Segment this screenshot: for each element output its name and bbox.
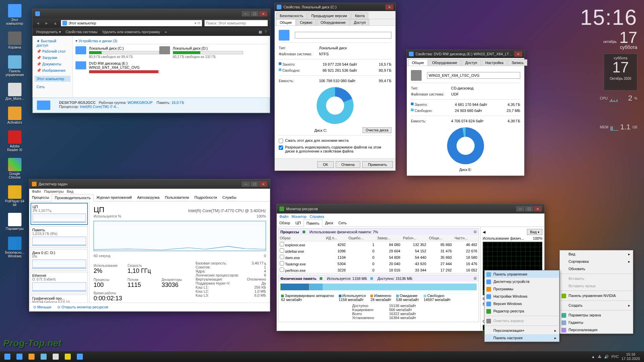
volume-name-input[interactable]: [295, 32, 391, 39]
close-button[interactable]: ✕: [514, 51, 522, 57]
language-indicator[interactable]: РУС: [611, 355, 619, 359]
propc-titlebar[interactable]: Свойства: Локальный диск (C:) ✕: [275, 3, 395, 11]
menu-item[interactable]: Параметры экрана: [560, 311, 633, 319]
tab-customize[interactable]: Настройка: [482, 59, 507, 66]
desktop-icon[interactable]: Этоткомпьютер: [3, 4, 27, 25]
menu-item[interactable]: Создать: [560, 302, 633, 309]
prope-titlebar[interactable]: Свойства: DVD RW дисковод (E:) WIN10_ENT…: [407, 50, 524, 58]
menu-item[interactable]: Панель настроек: [485, 334, 559, 342]
fwd-button[interactable]: ►: [43, 20, 50, 26]
close-button[interactable]: ✕: [259, 181, 267, 187]
ok-button[interactable]: ОК: [317, 161, 334, 168]
more-btn[interactable]: »: [165, 30, 167, 34]
tab-general[interactable]: Общие: [408, 59, 428, 66]
desktop-icon[interactable]: Параметры: [3, 213, 27, 231]
processes-header[interactable]: Процессы Использование физической памяти…: [278, 229, 479, 235]
devices-header[interactable]: ▾ Устройства и диски (3): [75, 39, 267, 44]
nav-item[interactable]: 📌 Документы: [35, 61, 70, 67]
monitor-menu[interactable]: Монитор: [291, 215, 307, 219]
close-button[interactable]: ✕: [385, 4, 393, 10]
menu-item[interactable]: Панель управления: [485, 270, 559, 278]
col-header[interactable]: Общи...: [428, 235, 453, 241]
explorer-titlebar[interactable]: ─☐✕: [33, 9, 270, 18]
taskbar-item[interactable]: [25, 352, 38, 361]
drive-item[interactable]: Локальный диск (C:)80,9 ГБ свободно из 9…: [75, 46, 159, 59]
chevron-icon[interactable]: ◀: [483, 230, 485, 234]
nav-item[interactable]: 📌 Изображения: [35, 67, 70, 74]
perf-card[interactable]: EthernetО: 0 П: 0 кбит/с: [31, 272, 88, 293]
process-row[interactable]: Taskmgr.exe5304020 04043 92027 44416 476: [278, 260, 479, 267]
desktop-icon[interactable]: Панельуправления: [3, 55, 27, 77]
tab-recording[interactable]: Запись: [508, 59, 527, 66]
address-field[interactable]: Этот компьютер▾ ⟳: [61, 20, 202, 26]
back-button[interactable]: ◄: [35, 20, 41, 26]
desktop-icon[interactable]: Дон_Мате...: [3, 83, 27, 101]
cleanup-button[interactable]: Очистка диска: [363, 127, 391, 133]
open-resmon[interactable]: ⊙ Открыть монитор ресурсов: [57, 305, 108, 309]
volume-name-input[interactable]: [427, 72, 520, 79]
col-header[interactable]: Ошибо...: [347, 235, 376, 241]
drive-item[interactable]: Локальный диск (D:)80,2 ГБ свободно из 1…: [159, 46, 243, 59]
close-button[interactable]: ✕: [534, 206, 542, 212]
taskbar-item[interactable]: [62, 352, 74, 361]
menu-item[interactable]: Диспетчер устройств: [485, 278, 559, 285]
tm-tab[interactable]: Производительность: [52, 194, 94, 201]
nav-item[interactable]: 📌 Загрузки: [35, 55, 70, 61]
close-button[interactable]: ✕: [259, 11, 267, 16]
tray-clock[interactable]: 15:1617.10.2020: [622, 352, 640, 361]
minimize-button[interactable]: ─: [242, 11, 250, 16]
desktop-icon[interactable]: GoogleChrome: [3, 158, 27, 179]
nav-item[interactable]: Сеть: [35, 84, 70, 90]
tab-tools[interactable]: Сервис: [296, 19, 316, 25]
nav-item[interactable]: Этот компьютер: [35, 76, 70, 82]
tab-hardware[interactable]: Оборудование: [317, 19, 350, 25]
maximize-button[interactable]: ☐: [251, 181, 259, 187]
help-menu[interactable]: Справка: [310, 215, 324, 219]
minimize-button[interactable]: ─: [242, 181, 250, 187]
desktop-icon[interactable]: PotPlayer 64bit: [3, 185, 27, 207]
maximize-button[interactable]: ☐: [251, 11, 259, 16]
col-header[interactable]: Рабоч...: [401, 235, 428, 241]
apply-button[interactable]: Применить: [362, 161, 393, 168]
taskbar-item[interactable]: [74, 352, 86, 361]
search-input[interactable]: [204, 20, 268, 26]
file-menu[interactable]: Файл: [32, 189, 41, 193]
rm-tab[interactable]: Обзор: [277, 220, 293, 227]
rm-tab[interactable]: ЦП: [293, 220, 304, 227]
menu-item[interactable]: Редактор реестра: [485, 307, 559, 315]
compress-checkbox[interactable]: Сжать этот диск для экономии места: [279, 137, 391, 144]
rm-titlebar[interactable]: Монитор ресурсов ─☐✕: [277, 204, 544, 214]
tab-prevver[interactable]: Предыдущие версии: [308, 12, 351, 19]
tab-general[interactable]: Общие: [276, 19, 296, 25]
view-icon[interactable]: ▦: [259, 30, 262, 34]
col-header[interactable]: Образ: [278, 235, 325, 241]
process-row[interactable]: explorer.exe4292184 080132 35285 86046 4…: [278, 241, 479, 248]
perf-card[interactable]: Диск 0 (C: D:)0%: [31, 249, 88, 270]
tm-titlebar[interactable]: Диспетчер задач ─☐✕: [29, 179, 270, 189]
process-row[interactable]: sidebar.exe1096029 60454 15231 47622 676: [278, 248, 479, 254]
tm-tab[interactable]: Процессы: [29, 194, 52, 201]
col-header[interactable]: Завер...: [376, 235, 401, 241]
rm-tab[interactable]: Диск: [322, 220, 336, 227]
memory-header[interactable]: Физическая память Используется: 1158 МБ …: [278, 275, 479, 282]
tab-sharing[interactable]: Доступ: [350, 19, 370, 25]
menu-item[interactable]: Настройки Windows: [485, 293, 559, 300]
perf-card[interactable]: ЦП2% 1,10 ГГц: [31, 203, 88, 225]
rm-tab[interactable]: Память: [304, 220, 322, 227]
rm-tab[interactable]: Сеть: [336, 220, 349, 227]
menu-item[interactable]: Персонализация: [560, 326, 633, 334]
cancel-button[interactable]: Отмена: [336, 161, 360, 168]
nav-item[interactable]: 📌 Рабочий стол: [35, 48, 70, 55]
tab-security[interactable]: Безопасность: [276, 12, 307, 19]
tm-tab[interactable]: Автозагрузка: [135, 194, 162, 201]
index-checkbox[interactable]: Разрешить индексировать содержимое файло…: [279, 144, 391, 154]
menu-item[interactable]: Гаджеты: [560, 319, 633, 326]
tray-overflow[interactable]: ▲: [591, 355, 595, 359]
tab-sharing[interactable]: Доступ: [462, 59, 481, 66]
start-button[interactable]: [1, 352, 13, 361]
menu-item[interactable]: Сортировка: [560, 258, 633, 265]
menu-item[interactable]: Персонализация+: [485, 327, 559, 334]
menu-item[interactable]: Панель управления NVIDIA: [560, 292, 633, 299]
volume-icon[interactable]: 🔊: [604, 355, 609, 359]
menu-item[interactable]: Вид: [560, 250, 633, 258]
